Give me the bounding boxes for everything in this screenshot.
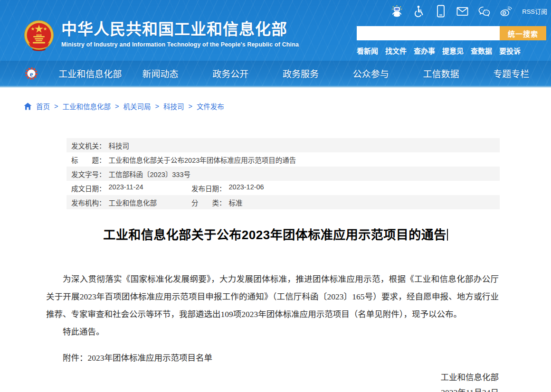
meta-cell: 发布日期：2023-12-06 bbox=[191, 183, 264, 193]
meta-value: 标准 bbox=[229, 197, 243, 207]
meta-value: 2023-11-24 bbox=[109, 183, 143, 193]
site-header: RSS订阅 中 bbox=[0, 0, 551, 61]
meta-row: 标 题：工业和信息化部关于公布2023年团体标准应用示范项目的通告 bbox=[66, 152, 500, 167]
site-branding: 中华人民共和国工业和信息化部 Ministry of Industry and … bbox=[24, 20, 299, 53]
unified-search-button[interactable]: 统一搜索 bbox=[500, 26, 546, 40]
meta-label: 发文字号： bbox=[71, 169, 106, 179]
meta-label: 发布机构： bbox=[71, 197, 106, 207]
nav-item[interactable]: 政务公开 bbox=[195, 67, 266, 80]
wechat-icon[interactable] bbox=[478, 5, 490, 18]
signoff-date: 2023年11月24日 bbox=[46, 385, 499, 392]
meta-label: 分 类： bbox=[191, 197, 226, 207]
quick-link[interactable]: 要投诉 bbox=[499, 46, 521, 56]
meta-value: 科技司 bbox=[109, 140, 130, 150]
body-paragraph: 为深入贯彻落实《国家标准化发展纲要》，大力发展团体标准，推进团体标准应用示范，根… bbox=[46, 271, 499, 323]
site-subtitle: Ministry of Industry and Information Tec… bbox=[61, 41, 299, 48]
nav-item[interactable]: 工业和信息化部 bbox=[55, 67, 125, 80]
meta-cell: 成文日期：2023-11-24 bbox=[71, 183, 191, 193]
breadcrumb-separator: > bbox=[188, 103, 192, 110]
meta-cell: 分 类：标准 bbox=[191, 197, 243, 207]
meta-value: 2023-12-06 bbox=[229, 183, 264, 193]
document-title: 工业和信息化部关于公布2023年团体标准应用示范项目的通告 bbox=[0, 225, 551, 243]
quick-link[interactable]: 看新闻 bbox=[357, 46, 378, 56]
robot-mascot-icon[interactable] bbox=[391, 5, 403, 18]
nav-item[interactable]: 公众参与 bbox=[336, 67, 406, 80]
nav-item[interactable]: 专题专栏 bbox=[476, 67, 546, 80]
signoff-block: 工业和信息化部 2023年11月24日 bbox=[46, 370, 499, 392]
national-emblem-icon bbox=[24, 20, 54, 53]
meta-cell: 发文字号：工信部科函〔2023〕333号 bbox=[71, 169, 190, 179]
quick-links: 看新闻找文件查办事提意见查数据要投诉 bbox=[357, 46, 546, 56]
meta-cell: 发文机关：科技司 bbox=[71, 140, 129, 150]
mail-icon[interactable] bbox=[456, 5, 468, 18]
nav-item[interactable]: 新闻动态 bbox=[125, 67, 196, 80]
breadcrumb-item[interactable]: 科技司 bbox=[163, 101, 184, 111]
body-paragraph: 特此通告。 bbox=[46, 323, 499, 341]
meta-label: 标 题： bbox=[71, 155, 106, 165]
miit-e-logo-icon: e bbox=[25, 67, 38, 80]
quick-link[interactable]: 查办事 bbox=[414, 46, 435, 56]
meta-label: 成文日期： bbox=[71, 183, 106, 193]
meta-cell: 标 题：工业和信息化部关于公布2023年团体标准应用示范项目的通告 bbox=[71, 155, 296, 165]
breadcrumb-item[interactable]: 文件发布 bbox=[197, 101, 224, 111]
svg-text:e: e bbox=[30, 70, 33, 77]
breadcrumb-item[interactable]: 首页 bbox=[36, 101, 50, 111]
topbar-icon-row: RSS订阅 bbox=[391, 5, 547, 18]
breadcrumb: 首页>工业和信息化部>机关司局>科技司>文件发布 bbox=[24, 101, 551, 111]
accessibility-icon[interactable] bbox=[413, 5, 425, 18]
home-icon[interactable] bbox=[24, 103, 32, 110]
breadcrumb-item[interactable]: 机关司局 bbox=[123, 101, 151, 111]
meta-row: 发文字号：工信部科函〔2023〕333号 bbox=[66, 167, 500, 181]
rss-subscribe-link[interactable]: RSS订阅 bbox=[522, 7, 547, 16]
breadcrumb-separator: > bbox=[54, 103, 58, 110]
site-title: 中华人民共和国工业和信息化部 bbox=[61, 21, 299, 38]
quick-link[interactable]: 查数据 bbox=[471, 46, 492, 56]
meta-label: 发文机关： bbox=[71, 140, 106, 150]
search-area: 统一搜索 看新闻找文件查办事提意见查数据要投诉 bbox=[357, 26, 546, 56]
weibo-icon[interactable] bbox=[500, 5, 512, 18]
attachment-line: 附件：2023年团体标准应用示范项目名单 bbox=[46, 349, 499, 367]
text-caret bbox=[447, 229, 448, 241]
breadcrumb-separator: > bbox=[115, 103, 119, 110]
breadcrumb-item[interactable]: 工业和信息化部 bbox=[62, 101, 111, 111]
signoff-org: 工业和信息化部 bbox=[46, 370, 499, 385]
mobile-icon[interactable] bbox=[435, 5, 446, 18]
meta-value: 工业和信息化部关于公布2023年团体标准应用示范项目的通告 bbox=[109, 155, 296, 165]
quick-link[interactable]: 找文件 bbox=[385, 46, 407, 56]
meta-value: 工业和信息化部 bbox=[109, 197, 157, 207]
breadcrumb-separator: > bbox=[155, 103, 159, 110]
quick-link[interactable]: 提意见 bbox=[442, 46, 464, 56]
meta-row: 发文机关：科技司 bbox=[66, 138, 500, 152]
meta-row: 发布机构：工业和信息化部分 类：标准 bbox=[66, 195, 500, 209]
nav-item[interactable]: 政务服务 bbox=[266, 67, 336, 80]
document-meta-table: 发文机关：科技司标 题：工业和信息化部关于公布2023年团体标准应用示范项目的通… bbox=[66, 138, 500, 209]
main-nav-items: 工业和信息化部新闻动态政务公开政务服务公众参与工信数据专题专栏 bbox=[38, 67, 551, 80]
meta-value: 工信部科函〔2023〕333号 bbox=[109, 169, 190, 179]
main-nav: e 工业和信息化部新闻动态政务公开政务服务公众参与工信数据专题专栏 bbox=[0, 61, 551, 87]
meta-row: 成文日期：2023-11-24发布日期：2023-12-06 bbox=[66, 181, 500, 195]
nav-item[interactable]: 工信数据 bbox=[406, 67, 476, 80]
search-input[interactable] bbox=[357, 26, 500, 40]
meta-label: 发布日期： bbox=[191, 183, 226, 193]
meta-cell: 发布机构：工业和信息化部 bbox=[71, 197, 191, 207]
document-body: 为深入贯彻落实《国家标准化发展纲要》，大力发展团体标准，推进团体标准应用示范，根… bbox=[46, 271, 499, 392]
